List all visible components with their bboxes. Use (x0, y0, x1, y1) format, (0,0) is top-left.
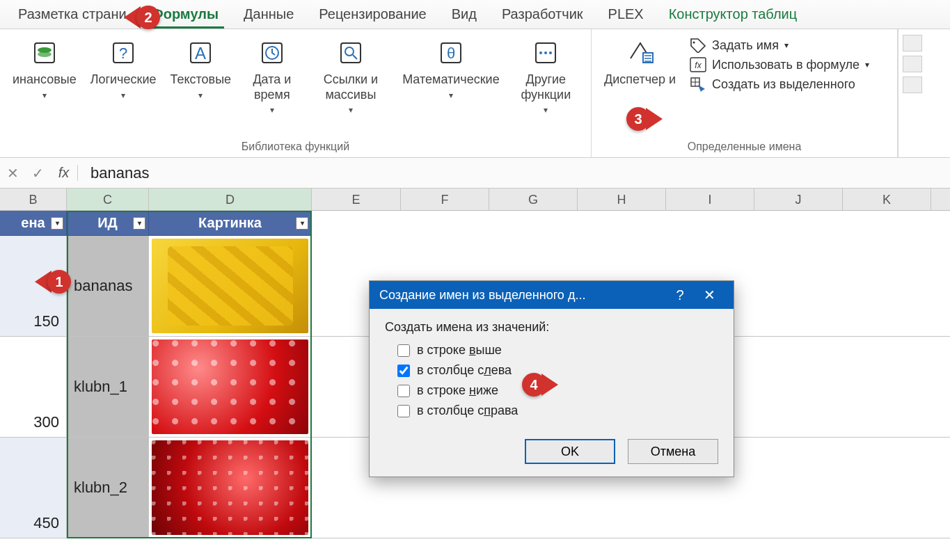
chevron-down-icon: ▾ (865, 60, 869, 70)
checkbox-input[interactable] (397, 365, 410, 377)
trace-precedents-icon[interactable] (903, 35, 922, 51)
group-label: Определенные имена (688, 136, 802, 154)
cell-price[interactable]: 450 (0, 438, 67, 538)
callout-marker-2: 2 (124, 6, 160, 29)
checkbox-input[interactable] (397, 405, 410, 417)
checkbox-right-column[interactable]: в столбце справа (397, 403, 718, 418)
chk-ul: н (469, 383, 476, 397)
cell-price[interactable]: 300 (0, 337, 67, 437)
tab-developer[interactable]: Разработчик (489, 1, 596, 28)
remove-arrows-icon[interactable] (903, 77, 922, 93)
cell-pic[interactable] (149, 236, 312, 336)
marker-number: 1 (47, 270, 71, 294)
col-header-J[interactable]: J (754, 189, 843, 210)
tab-page-layout[interactable]: Разметка страни (6, 1, 139, 28)
fx-icon: fx (690, 57, 706, 72)
btn-financial[interactable]: инансовые▾ (6, 33, 84, 136)
dialog-help-button[interactable]: ? (665, 287, 695, 303)
col-header-K[interactable]: K (843, 189, 931, 210)
dialog-close-button[interactable]: ✕ (695, 287, 724, 303)
th-id[interactable]: ИД▾ (67, 211, 149, 236)
svg-point-16 (549, 51, 552, 54)
chevron-down-icon: ▾ (544, 105, 548, 115)
banana-image (152, 239, 308, 333)
svg-point-2 (38, 51, 52, 57)
cell-id[interactable]: bananas (67, 236, 149, 336)
btn-use-in-formula[interactable]: fx Использовать в формуле ▾ (690, 57, 869, 72)
chk-text: в строке (417, 383, 469, 397)
create-names-icon (690, 77, 706, 92)
col-header-E[interactable]: E (312, 189, 401, 210)
clock-icon (255, 38, 289, 68)
svg-point-10 (345, 47, 354, 56)
filter-dropdown-icon[interactable]: ▾ (133, 217, 145, 230)
col-header-B[interactable]: B (0, 189, 67, 210)
btn-math[interactable]: θ Математические▾ (395, 33, 506, 136)
filter-dropdown-icon[interactable]: ▾ (296, 217, 308, 230)
btn-logical[interactable]: ? Логические▾ (84, 33, 164, 136)
fx-button[interactable]: fx (50, 165, 78, 181)
strawberry-image (152, 339, 308, 434)
btn-label: Использовать в формуле (712, 58, 860, 72)
svg-text:?: ? (119, 45, 127, 62)
chk-text: в столбце с (417, 363, 484, 377)
btn-text[interactable]: A Текстовые▾ (163, 33, 238, 136)
ok-button[interactable]: OK (525, 439, 615, 464)
dialog-titlebar[interactable]: Создание имен из выделенного д... ? ✕ (370, 281, 734, 309)
th-label: Картинка (198, 215, 262, 231)
chk-text: в столбце с (417, 403, 484, 417)
filter-dropdown-icon[interactable]: ▾ (51, 217, 63, 230)
col-header-F[interactable]: F (401, 189, 489, 210)
btn-label: Дата и время (245, 72, 299, 102)
enter-formula-icon[interactable]: ✓ (25, 165, 50, 182)
trace-dependents-icon[interactable] (903, 56, 922, 72)
chevron-down-icon: ▾ (42, 90, 47, 100)
th-price[interactable]: ена▾ (0, 211, 67, 236)
btn-create-from-selection[interactable]: Создать из выделенного (690, 77, 869, 92)
group-defined-names: Диспетчер и Задать имя ▾ fx Использовать… (592, 29, 898, 157)
formula-input[interactable]: bananas (78, 164, 950, 182)
dialog-body: Создать имена из значений: в строке выше… (370, 309, 734, 429)
cell-pic[interactable] (149, 438, 312, 538)
tab-view[interactable]: Вид (439, 1, 489, 28)
svg-point-14 (539, 51, 542, 54)
checkbox-top-row[interactable]: в строке выше (397, 343, 718, 358)
btn-lookup[interactable]: Ссылки и массивы▾ (306, 33, 396, 136)
col-header-I[interactable]: I (666, 189, 754, 210)
tab-review[interactable]: Рецензирование (306, 1, 438, 28)
svg-rect-9 (341, 43, 361, 63)
col-header-C[interactable]: C (67, 189, 149, 210)
cancel-formula-icon[interactable]: ✕ (0, 165, 25, 182)
btn-define-name[interactable]: Задать имя ▾ (690, 38, 869, 53)
th-pic[interactable]: Картинка▾ (149, 211, 312, 236)
checkbox-input[interactable] (397, 385, 410, 397)
cell-pic[interactable] (149, 337, 312, 437)
chevron-down-icon: ▾ (449, 90, 453, 100)
theta-icon: θ (434, 38, 468, 68)
cell-id[interactable]: klubn_2 (67, 438, 149, 538)
dialog-prompt: Создать имена из значений: (385, 320, 718, 335)
formula-bar: ✕ ✓ fx bananas (0, 158, 950, 189)
chk-ul: л (484, 363, 491, 377)
th-label: ИД (97, 215, 118, 231)
tag-icon (690, 38, 706, 53)
chevron-down-icon: ▾ (198, 90, 203, 100)
svg-point-18 (693, 42, 695, 44)
tab-data[interactable]: Данные (231, 1, 306, 28)
chk-text: иже (476, 383, 498, 397)
tab-table-constructor[interactable]: Конструктор таблиц (656, 1, 810, 28)
col-header-H[interactable]: H (578, 189, 666, 210)
chevron-down-icon: ▾ (784, 40, 789, 50)
btn-label: Диспетчер и (604, 72, 676, 88)
col-header-G[interactable]: G (489, 189, 578, 210)
col-header-D[interactable]: D (149, 189, 312, 210)
btn-datetime[interactable]: Дата и время▾ (238, 33, 306, 136)
chevron-down-icon: ▾ (349, 105, 353, 115)
ribbon-right-icons (898, 29, 926, 157)
cell-id[interactable]: klubn_1 (67, 337, 149, 437)
btn-more-functions[interactable]: Другие функции▾ (507, 33, 585, 136)
tab-plex[interactable]: PLEX (596, 1, 656, 28)
checkbox-input[interactable] (397, 344, 410, 357)
chk-text: ева (491, 363, 512, 377)
cancel-button[interactable]: Отмена (628, 439, 718, 464)
